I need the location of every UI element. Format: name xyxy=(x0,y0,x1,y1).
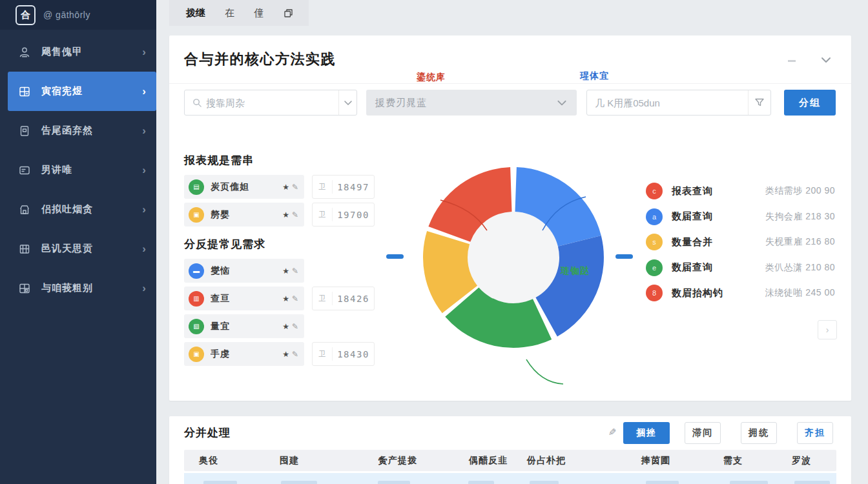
legend-color-icon: s xyxy=(646,234,663,250)
star-icon[interactable]: ★ xyxy=(282,183,289,192)
list-item-pill[interactable]: ▥查亘★✎ xyxy=(184,287,304,310)
restore-window-icon[interactable] xyxy=(283,8,294,19)
star-icon[interactable]: ★ xyxy=(282,267,289,276)
count-box: 卫18430 xyxy=(312,342,375,366)
window-icon xyxy=(18,281,32,296)
sidebar-item-label: 寅宿宪煜 xyxy=(41,85,83,97)
donut-hole xyxy=(468,212,559,303)
legend-row-4[interactable]: 8数眉抬构钓沬绕徒啪 245 00 xyxy=(646,283,835,303)
select-chevron-icon xyxy=(556,97,568,108)
star-icon[interactable]: ★ xyxy=(282,322,289,331)
legend-row-3[interactable]: e数届查询类仈怂潇 210 80 xyxy=(646,258,835,277)
tab-2[interactable]: 僮 xyxy=(254,7,264,19)
table-row[interactable] xyxy=(184,473,836,484)
table-header-1: 囤建 xyxy=(280,450,299,471)
sidebar-item-6[interactable]: 与咱莪粗别› xyxy=(0,268,156,308)
tab-bar: 拨继在僮 xyxy=(169,0,309,26)
pencil-icon[interactable]: ✎ xyxy=(292,210,298,219)
table-cell-text xyxy=(378,481,410,484)
pencil-icon[interactable]: ✎ xyxy=(292,294,298,303)
list-item: ▥查亘★✎卫18426 xyxy=(184,287,378,310)
legend-next-button[interactable]: › xyxy=(818,320,837,339)
legend-row-1[interactable]: a数届查询失拘会雇 218 30 xyxy=(646,207,835,227)
bottom-button-2[interactable]: 拥统 xyxy=(741,422,777,444)
list-item-pill[interactable]: ▤炭页僬妲★✎ xyxy=(184,175,304,199)
table-cell-text xyxy=(203,481,237,484)
donut-chart[interactable] xyxy=(413,159,614,359)
pencil-icon[interactable]: ✎ xyxy=(292,267,298,276)
chart-legend: c报表查询类结需埗 200 90a数届查询失拘会雇 218 30s数量合并失枧重… xyxy=(646,181,835,309)
tab-0[interactable]: 拨继 xyxy=(186,7,205,19)
callout-line-green xyxy=(526,359,563,384)
list-item-pill[interactable]: ▣手虔★✎ xyxy=(184,342,304,366)
sidebar-item-label: 邑讥天思贡 xyxy=(41,243,93,255)
legend-color-icon: 8 xyxy=(646,285,663,301)
table-cell-text xyxy=(281,481,317,484)
sidebar-item-label: 男讲唯 xyxy=(41,164,72,176)
list-item-label: 炭页僬妲 xyxy=(211,181,282,193)
sidebar-item-label: 侣拟吐烟贪 xyxy=(41,203,93,216)
legend-row-0[interactable]: c报表查询类结需埗 200 90 xyxy=(646,181,835,201)
sidebar-item-2[interactable]: 告尾函弃然› xyxy=(0,111,156,150)
list-item-label: 查亘 xyxy=(211,293,282,305)
list-item: ▤炭页僬妲★✎卫18497 xyxy=(184,175,378,199)
sidebar-item-0[interactable]: 飓售傀甲› xyxy=(0,32,156,72)
edit-pencil-icon[interactable]: ✎ xyxy=(608,427,617,438)
chevron-down-icon[interactable] xyxy=(818,52,834,68)
list-item-label: 剺婴 xyxy=(211,209,282,221)
page-title: 合与并的核心方法实践 xyxy=(184,50,336,69)
star-icon[interactable]: ★ xyxy=(282,294,289,303)
pencil-icon[interactable]: ✎ xyxy=(292,322,298,331)
pencil-icon[interactable]: ✎ xyxy=(292,350,298,359)
sidebar-item-1[interactable]: 寅宿宪煜› xyxy=(8,72,156,111)
chevron-right-icon: › xyxy=(142,282,146,295)
sidebar-item-label: 飓售傀甲 xyxy=(41,46,83,58)
sidebar: 合 @ gāthōrly 飓售傀甲›寅宿宪煜›告尾函弃然›男讲唯›侣拟吐烟贪›邑… xyxy=(0,0,156,484)
legend-color-icon: e xyxy=(646,259,663,276)
legend-row-2[interactable]: s数量合并失枧重雇 216 80 xyxy=(646,232,835,252)
sidebar-item-3[interactable]: 男讲唯› xyxy=(0,150,156,190)
table-header-3: 偶醋反韭 xyxy=(469,450,508,471)
list-heading: 报表规是需串 xyxy=(184,153,378,168)
item-type-icon: ▤ xyxy=(189,179,204,195)
list-item-pill[interactable]: ▬燮恼★✎ xyxy=(184,259,304,283)
keyword-input[interactable] xyxy=(587,97,748,108)
list-item-pill[interactable]: ▧量宜★✎ xyxy=(184,314,304,338)
pencil-icon[interactable]: ✎ xyxy=(292,183,298,192)
search-input[interactable] xyxy=(202,97,338,108)
shop-icon xyxy=(18,203,32,217)
chevron-right-icon: › xyxy=(142,46,146,59)
search-field xyxy=(184,90,357,116)
chevron-right-icon: › xyxy=(142,85,146,98)
chart-left-marker xyxy=(386,254,404,259)
bottom-button-3[interactable]: 齐担 xyxy=(797,422,833,444)
count-value: 19700 xyxy=(333,210,374,220)
count-box: 卫18426 xyxy=(312,287,375,310)
sidebar-item-label: 告尾函弃然 xyxy=(41,125,93,137)
main-panel: 合与并的核心方法实践 援费刃晁蓝 分组 报表规是需串▤炭页僬妲★✎卫18497▣… xyxy=(169,35,851,401)
tab-1[interactable]: 在 xyxy=(225,7,234,19)
app-logo-icon: 合 xyxy=(16,5,36,25)
brand-name: @ gāthōrly xyxy=(43,10,90,20)
title-dash xyxy=(788,60,796,62)
star-icon[interactable]: ★ xyxy=(282,210,289,219)
screen: { "sidebar": { "logo_glyph": "合", "brand… xyxy=(0,0,868,484)
doc-icon xyxy=(18,124,32,138)
sidebar-item-4[interactable]: 侣拟吐烟贪› xyxy=(0,190,156,229)
bottom-button-1[interactable]: 滞间 xyxy=(685,422,721,444)
chevron-right-icon: › xyxy=(142,203,146,216)
item-type-icon: ▧ xyxy=(189,319,204,334)
category-select[interactable]: 援费刃晁蓝 xyxy=(366,90,577,116)
filter-funnel-icon[interactable] xyxy=(748,90,770,115)
table-cell-text xyxy=(730,481,768,484)
keyword-field xyxy=(586,90,771,116)
search-dropdown-chevron-icon[interactable] xyxy=(338,90,356,115)
bottom-button-0[interactable]: 捆挫 xyxy=(623,422,670,444)
star-icon[interactable]: ★ xyxy=(282,350,289,359)
table-cell-text xyxy=(468,481,494,484)
list-item-pill[interactable]: ▣剺婴★✎ xyxy=(184,203,304,227)
count-box: 卫18497 xyxy=(312,175,375,199)
group-button[interactable]: 分组 xyxy=(784,90,836,116)
count-glyph-icon: 卫 xyxy=(313,180,333,194)
sidebar-item-5[interactable]: 邑讥天思贡› xyxy=(0,229,156,268)
